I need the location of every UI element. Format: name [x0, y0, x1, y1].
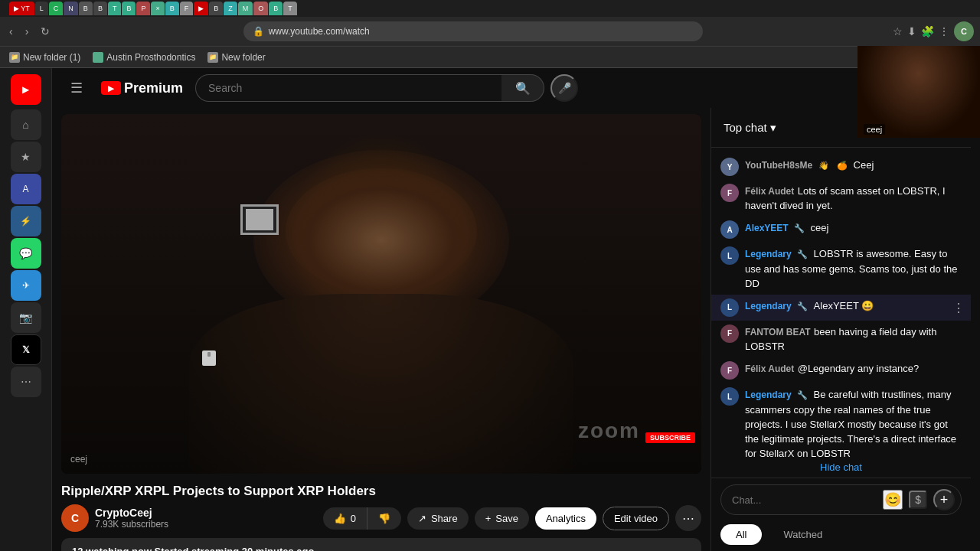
dropdown-chevron: ▾: [770, 121, 776, 135]
dislike-button[interactable]: 👎: [368, 507, 401, 530]
back-button[interactable]: ‹: [6, 24, 16, 39]
chat-content: AlexYEET 🔧 ceej: [745, 220, 962, 239]
bookmark-austin[interactable]: Austin Prosthodontics: [93, 52, 195, 63]
chat-badge: 🔧: [797, 302, 808, 311]
browser-tab[interactable]: ▶ YT: [9, 2, 34, 15]
address-bar-row: ‹ › ↻ 🔒 www.youtube.com/watch ☆ ⬇ 🧩 ⋮ C: [0, 17, 980, 46]
chat-author-blue: AlexYEET: [745, 223, 789, 233]
browser-tab[interactable]: M: [238, 2, 253, 15]
browser-chrome: ▶ YT L C N B B T B P × B F ▶ B Z M O B T…: [0, 0, 980, 68]
extensions-btn[interactable]: 🧩: [921, 25, 934, 37]
browser-profile[interactable]: C: [954, 21, 974, 41]
chat-content: Legendary 🔧 AlexYEET 😀: [745, 298, 962, 317]
browser-tab[interactable]: B: [209, 2, 223, 15]
browser-tab[interactable]: B: [165, 2, 179, 15]
download-btn[interactable]: ⬇: [907, 25, 916, 37]
tab-watched[interactable]: Watched: [768, 524, 838, 545]
chat-message: L Legendary 🔧 LOBSTR is awesome. Easy to…: [711, 243, 971, 295]
search-button[interactable]: 🔍: [501, 74, 544, 102]
chat-message: Y YouTubeH8sMe 👋 🍊 Ceej: [711, 154, 971, 180]
pip-video: ceej: [858, 46, 980, 138]
yt-logo-icon: [101, 81, 121, 95]
app-icon-twitter[interactable]: 𝕏: [11, 334, 41, 365]
thumb-up-icon: 👍: [334, 513, 346, 524]
app-icon-other[interactable]: ⋯: [11, 367, 41, 397]
app-icon-5[interactable]: ⚡: [11, 206, 41, 236]
message-options-btn[interactable]: ⋮: [952, 300, 965, 315]
like-button[interactable]: 👍 0: [323, 507, 368, 530]
channel-avatar[interactable]: C: [61, 504, 89, 532]
chat-badge: 🔧: [797, 390, 808, 399]
chat-text: @Legendary any instance?: [798, 363, 919, 374]
browser-tab[interactable]: P: [136, 2, 150, 15]
browser-tab[interactable]: B: [122, 2, 136, 15]
app-icon-telegram[interactable]: ✈: [11, 270, 41, 301]
subscribe-overlay[interactable]: SUBSCRIBE: [645, 432, 695, 443]
browser-tab[interactable]: ×: [151, 2, 164, 15]
app-icon-3[interactable]: ★: [11, 142, 41, 172]
bookmark-star[interactable]: ☆: [893, 25, 903, 37]
browser-tab[interactable]: Z: [224, 2, 237, 15]
browser-tab[interactable]: F: [180, 2, 194, 15]
search-input[interactable]: [195, 74, 501, 102]
share-label: Share: [431, 513, 458, 524]
browser-tab[interactable]: O: [253, 2, 268, 15]
yt-premium-text: Premium: [124, 80, 183, 96]
like-count: 0: [351, 513, 356, 524]
browser-tab[interactable]: C: [49, 2, 64, 15]
browser-tab[interactable]: N: [64, 2, 78, 15]
browser-tab[interactable]: L: [35, 2, 48, 15]
tab-all[interactable]: All: [720, 524, 762, 545]
app-icon-whatsapp[interactable]: 💬: [11, 238, 41, 269]
browser-tab[interactable]: T: [283, 2, 297, 15]
hide-chat-button[interactable]: Hide chat: [711, 457, 971, 478]
browser-tab[interactable]: T: [108, 2, 122, 15]
chat-avatar: F: [720, 324, 739, 343]
save-button[interactable]: + Save: [475, 507, 529, 530]
menu-btn[interactable]: ⋮: [939, 25, 949, 37]
forward-button[interactable]: ›: [22, 24, 32, 39]
bookmark-new-folder-2[interactable]: 📁 New folder: [207, 52, 265, 63]
bookmark-icon: [93, 52, 103, 63]
browser-tab[interactable]: ▶: [194, 2, 208, 15]
chat-content: Félix Audet @Legendary any instance?: [745, 361, 962, 380]
hamburger-menu[interactable]: ☰: [64, 73, 89, 103]
super-chat-button[interactable]: $: [909, 491, 927, 509]
chat-text: ceej: [811, 222, 829, 233]
app-icon-2[interactable]: ⌂: [11, 109, 41, 140]
top-chat-label-text: Top chat: [724, 121, 767, 134]
chat-sidebar: Top chat ▾ ⋮ Y YouTubeH8sMe 👋: [710, 108, 971, 551]
emoji-button[interactable]: 😊: [883, 490, 903, 510]
refresh-button[interactable]: ↻: [38, 24, 53, 39]
top-chat-dropdown[interactable]: Top chat ▾: [724, 121, 776, 135]
more-options-button[interactable]: ⋯: [675, 505, 701, 531]
chat-author: Félix Audet: [745, 364, 794, 374]
address-bar[interactable]: 🔒 www.youtube.com/watch: [243, 21, 703, 41]
chat-input[interactable]: [732, 494, 877, 506]
chat-message: L Legendary 🔧 Be careful with trustlines…: [711, 383, 971, 457]
app-sidebar: ▶ ⌂ ★ A ⚡ 💬 ✈ 📷 𝕏 ⋯: [0, 68, 52, 551]
chat-plus-button[interactable]: +: [933, 489, 955, 510]
analytics-button[interactable]: Analytics: [535, 507, 596, 530]
share-button[interactable]: ↗ Share: [407, 507, 469, 530]
chat-avatar: Y: [720, 158, 739, 176]
chat-author-blue: Legendary: [745, 390, 792, 400]
chat-author-blue: Legendary: [745, 249, 792, 259]
browser-tab[interactable]: B: [269, 2, 283, 15]
chat-content: Félix Audet Lots of scam asset on LOBSTR…: [745, 184, 962, 213]
app-icon-instagram[interactable]: 📷: [11, 302, 41, 333]
app-icon-youtube[interactable]: ▶: [11, 74, 41, 105]
channel-name[interactable]: CryptoCeej: [95, 507, 317, 519]
browser-tab[interactable]: B: [79, 2, 93, 15]
chat-text: AlexYEET 😀: [814, 300, 874, 311]
mic-button[interactable]: 🎤: [550, 74, 578, 102]
bookmark-new-folder[interactable]: 📁 New folder (1): [9, 52, 80, 63]
browser-tab[interactable]: B: [93, 2, 107, 15]
app-icon-4[interactable]: A: [11, 174, 41, 204]
video-player[interactable]: zoom SUBSCRIBE ceej: [61, 114, 701, 474]
thumb-down-icon: 👎: [378, 513, 390, 524]
folder-icon: 📁: [9, 52, 20, 63]
edit-video-button[interactable]: Edit video: [603, 507, 669, 530]
yt-header: ☰ Premium 🔍 🎤 🎬 🔔 C: [52, 68, 980, 108]
bookmark-label: New folder (1): [23, 52, 80, 63]
